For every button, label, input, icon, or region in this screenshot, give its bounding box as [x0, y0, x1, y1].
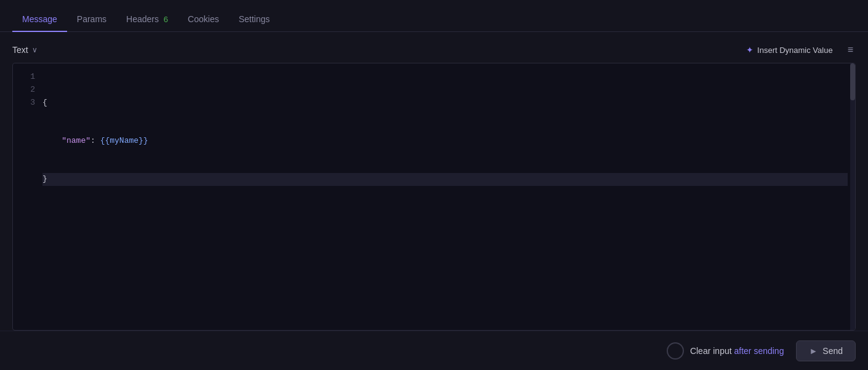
code-line-2: "name": {{myName}} — [42, 135, 848, 148]
content-area: Text ∨ ✦ Insert Dynamic Value ≡ 1 2 3 — [0, 32, 868, 331]
toolbar-right: ✦ Insert Dynamic Value ≡ — [741, 42, 856, 58]
app-container: Message Params Headers 6 Cookies Setting… — [0, 0, 868, 370]
toolbar-row: Text ∨ ✦ Insert Dynamic Value ≡ — [12, 42, 856, 58]
tab-bar: Message Params Headers 6 Cookies Setting… — [0, 0, 868, 32]
tab-headers[interactable]: Headers 6 — [116, 7, 178, 31]
code-lines[interactable]: { "name": {{myName}} } — [42, 63, 855, 330]
code-token-colon: : — [90, 135, 100, 148]
scrollbar-track[interactable] — [850, 63, 855, 330]
filter-icon[interactable]: ≡ — [845, 42, 856, 58]
send-icon: ► — [809, 346, 818, 356]
code-line-1: { — [42, 97, 848, 110]
line-number-1: 1 — [13, 71, 42, 84]
send-button[interactable]: ► Send — [796, 340, 856, 361]
headers-badge: 6 — [164, 15, 168, 24]
clear-input-label: Clear input after sending — [690, 346, 784, 356]
tab-cookies[interactable]: Cookies — [178, 7, 229, 31]
text-type-selector[interactable]: Text ∨ — [12, 45, 38, 55]
code-token: { — [42, 97, 47, 110]
line-number-2: 2 — [13, 84, 42, 97]
code-token: } — [42, 173, 47, 186]
code-line-3: } — [42, 173, 848, 186]
insert-dynamic-label: Insert Dynamic Value — [757, 46, 833, 55]
line-numbers: 1 2 3 — [13, 63, 42, 330]
tab-message[interactable]: Message — [12, 7, 67, 31]
wand-icon: ✦ — [746, 45, 753, 55]
text-type-label: Text — [12, 45, 28, 55]
code-token — [42, 135, 62, 148]
tab-params[interactable]: Params — [67, 7, 116, 31]
clear-input-toggle[interactable]: Clear input after sending — [667, 342, 784, 360]
code-token-template: {{myName}} — [100, 135, 148, 148]
code-editor[interactable]: 1 2 3 { "name": {{myName}} } — [12, 63, 856, 331]
line-number-3: 3 — [13, 97, 42, 110]
code-content: 1 2 3 { "name": {{myName}} } — [13, 63, 855, 330]
chevron-down-icon: ∨ — [32, 46, 38, 54]
send-label: Send — [822, 346, 843, 356]
tab-settings[interactable]: Settings — [229, 7, 280, 31]
insert-dynamic-value-button[interactable]: ✦ Insert Dynamic Value — [741, 42, 838, 57]
bottom-bar: Clear input after sending ► Send — [0, 331, 868, 370]
code-token-key: "name" — [62, 135, 90, 148]
scrollbar-thumb[interactable] — [850, 63, 855, 100]
toggle-checkbox[interactable] — [667, 342, 684, 360]
